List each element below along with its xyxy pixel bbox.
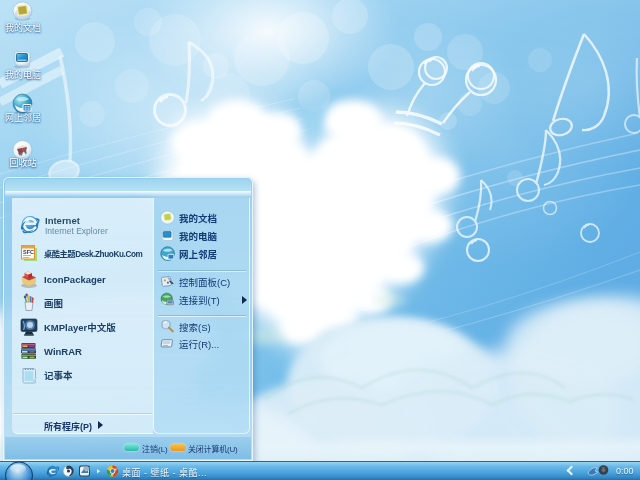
svg-text:SFC: SFC bbox=[23, 249, 34, 255]
